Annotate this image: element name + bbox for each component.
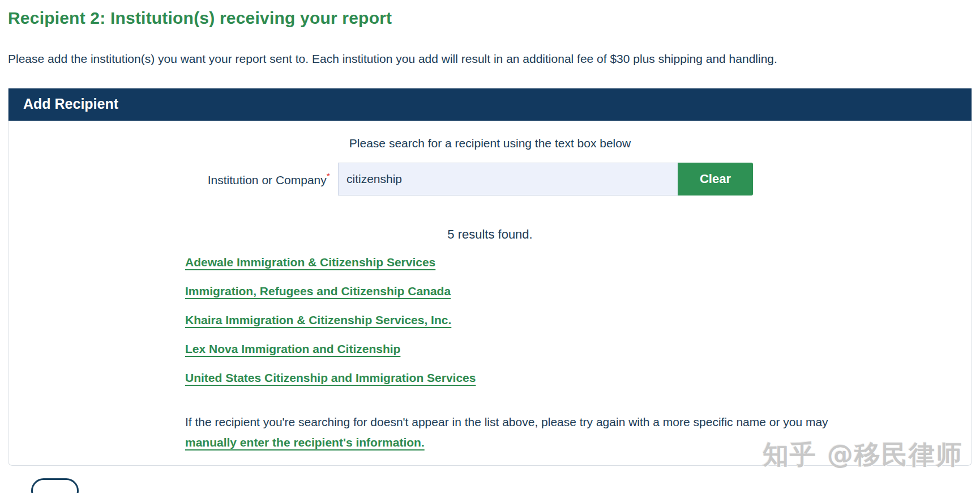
- panel-header: Add Recipient: [8, 88, 972, 121]
- institution-field-label: Institution or Company*: [178, 172, 330, 187]
- result-link[interactable]: Lex Nova Immigration and Citizenship: [185, 342, 400, 356]
- panel-body: Please search for a recipient using the …: [8, 137, 972, 465]
- result-link[interactable]: Adewale Immigration & Citizenship Servic…: [185, 256, 435, 269]
- search-instruction: Please search for a recipient using the …: [8, 137, 972, 150]
- result-link[interactable]: Immigration, Refugees and Citizenship Ca…: [185, 284, 451, 298]
- back-button-partial[interactable]: [31, 478, 79, 493]
- intro-text: Please add the institution(s) you want y…: [8, 52, 980, 66]
- manual-entry-note: If the recipient you're searching for do…: [8, 412, 858, 453]
- institution-search-row: Institution or Company* Clear: [8, 163, 972, 196]
- manual-entry-link[interactable]: manually enter the recipient's informati…: [185, 432, 425, 453]
- results-list: Adewale Immigration & Citizenship Servic…: [8, 256, 972, 385]
- results-count: 5 results found.: [8, 227, 972, 242]
- clear-button[interactable]: Clear: [678, 163, 753, 196]
- manual-entry-note-text: If the recipient you're searching for do…: [185, 415, 828, 428]
- result-link[interactable]: United States Citizenship and Immigratio…: [185, 371, 476, 385]
- add-recipient-panel: Add Recipient Please search for a recipi…: [8, 88, 972, 466]
- institution-label-text: Institution or Company: [208, 173, 327, 186]
- page-title: Recipient 2: Institution(s) receiving yo…: [8, 8, 980, 28]
- institution-search-input[interactable]: [338, 163, 678, 196]
- result-link[interactable]: Khaira Immigration & Citizenship Service…: [185, 313, 451, 327]
- required-asterisk: *: [327, 172, 330, 181]
